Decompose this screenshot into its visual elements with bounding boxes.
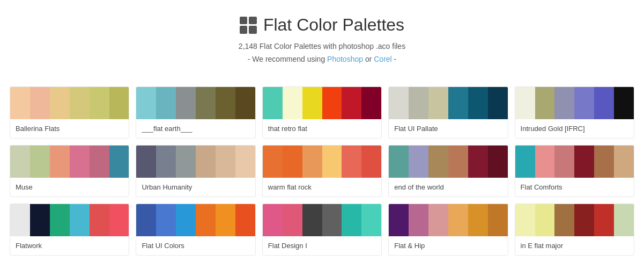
color-swatch bbox=[70, 204, 90, 236]
color-swatch bbox=[342, 146, 361, 178]
color-swatch bbox=[468, 204, 488, 236]
palette-card[interactable]: Flat UI Pallate bbox=[388, 86, 508, 139]
color-swatch bbox=[216, 204, 235, 236]
color-swatch bbox=[283, 87, 302, 119]
color-swatch bbox=[594, 146, 614, 178]
color-swatch bbox=[535, 87, 555, 119]
color-swatch bbox=[488, 146, 508, 178]
color-swatch bbox=[594, 87, 614, 119]
color-swatch bbox=[235, 204, 255, 236]
title-text: Flat Color Palettes bbox=[263, 15, 404, 35]
color-swatch bbox=[515, 87, 535, 119]
page-header: Flat Color Palettes 2,148 Flat Color Pal… bbox=[0, 0, 644, 76]
palette-swatches bbox=[263, 146, 381, 178]
color-swatch bbox=[90, 87, 109, 119]
color-swatch bbox=[515, 204, 535, 236]
page-title: Flat Color Palettes bbox=[0, 15, 644, 35]
color-swatch bbox=[216, 146, 235, 178]
palette-card[interactable]: Ballerina Flats bbox=[10, 86, 129, 139]
palette-name: that retro flat bbox=[263, 119, 381, 138]
palette-card[interactable]: end of the world bbox=[388, 145, 508, 197]
palette-card[interactable]: Flat UI Colors bbox=[136, 203, 255, 256]
color-swatch bbox=[389, 87, 409, 119]
color-swatch bbox=[176, 146, 196, 178]
color-swatch bbox=[176, 87, 196, 119]
palette-card[interactable]: warm flat rock bbox=[262, 145, 382, 197]
color-swatch bbox=[302, 146, 322, 178]
color-swatch bbox=[263, 146, 283, 178]
color-swatch bbox=[468, 146, 488, 178]
color-swatch bbox=[50, 204, 70, 236]
palette-card[interactable]: Muse bbox=[10, 145, 129, 197]
color-swatch bbox=[196, 87, 216, 119]
palette-name: ___flat earth___ bbox=[136, 119, 255, 138]
palette-swatches bbox=[136, 204, 255, 236]
color-swatch bbox=[428, 87, 448, 119]
color-swatch bbox=[196, 146, 216, 178]
palette-card[interactable]: Flat Design I bbox=[262, 203, 382, 256]
palette-name: in E flat major bbox=[515, 236, 634, 255]
color-swatch bbox=[554, 204, 574, 236]
color-swatch bbox=[302, 87, 322, 119]
color-swatch bbox=[50, 87, 70, 119]
palette-name: Flat UI Pallate bbox=[389, 119, 507, 138]
subtitle-line1: 2,148 Flat Color Palettes with photoshop… bbox=[0, 40, 644, 53]
palette-name: Flatwork bbox=[10, 236, 129, 255]
color-swatch bbox=[361, 204, 381, 236]
color-swatch bbox=[235, 146, 255, 178]
color-swatch bbox=[136, 204, 156, 236]
palette-card[interactable]: Urban Humanity bbox=[136, 145, 255, 197]
color-swatch bbox=[488, 204, 508, 236]
color-swatch bbox=[90, 146, 109, 178]
color-swatch bbox=[263, 87, 283, 119]
palette-card[interactable]: in E flat major bbox=[515, 203, 634, 256]
palette-swatches bbox=[389, 146, 507, 178]
palette-name: Muse bbox=[10, 178, 129, 197]
palette-swatches bbox=[515, 146, 634, 178]
palette-swatches bbox=[389, 204, 507, 236]
palette-name: Flat Comforts bbox=[515, 178, 634, 197]
color-swatch bbox=[196, 204, 216, 236]
color-swatch bbox=[409, 146, 428, 178]
color-swatch bbox=[136, 87, 156, 119]
color-swatch bbox=[90, 204, 109, 236]
color-swatch bbox=[448, 204, 468, 236]
photoshop-link[interactable]: Photoshop bbox=[327, 55, 363, 63]
palette-swatches bbox=[515, 204, 634, 236]
color-swatch bbox=[322, 87, 342, 119]
palette-card[interactable]: Flat & Hip bbox=[388, 203, 508, 256]
color-swatch bbox=[10, 204, 30, 236]
palette-card[interactable]: ___flat earth___ bbox=[136, 86, 255, 139]
color-swatch bbox=[70, 87, 90, 119]
palette-card[interactable]: Flatwork bbox=[10, 203, 129, 256]
color-swatch bbox=[10, 146, 30, 178]
corel-link[interactable]: Corel bbox=[374, 55, 391, 63]
color-swatch bbox=[70, 146, 90, 178]
palette-name: Ballerina Flats bbox=[10, 119, 129, 138]
color-swatch bbox=[342, 87, 361, 119]
palette-name: Urban Humanity bbox=[136, 178, 255, 197]
palette-name: Flat Design I bbox=[263, 236, 381, 255]
palette-swatches bbox=[10, 204, 129, 236]
palette-card[interactable]: Intruded Gold [IFRC] bbox=[515, 86, 634, 139]
color-swatch bbox=[283, 204, 302, 236]
color-swatch bbox=[448, 87, 468, 119]
color-swatch bbox=[448, 146, 468, 178]
palette-swatches bbox=[10, 146, 129, 178]
palette-card[interactable]: Flat Comforts bbox=[515, 145, 634, 197]
color-swatch bbox=[136, 146, 156, 178]
color-swatch bbox=[614, 204, 634, 236]
color-swatch bbox=[389, 204, 409, 236]
palette-name: Flat UI Colors bbox=[136, 236, 255, 255]
color-swatch bbox=[283, 146, 302, 178]
color-swatch bbox=[574, 146, 594, 178]
palette-card[interactable]: that retro flat bbox=[262, 86, 382, 139]
palette-swatches bbox=[136, 146, 255, 178]
color-swatch bbox=[535, 146, 555, 178]
color-swatch bbox=[50, 146, 70, 178]
color-swatch bbox=[109, 87, 129, 119]
color-swatch bbox=[10, 87, 30, 119]
palette-swatches bbox=[136, 87, 255, 119]
color-swatch bbox=[342, 204, 361, 236]
color-swatch bbox=[322, 204, 342, 236]
